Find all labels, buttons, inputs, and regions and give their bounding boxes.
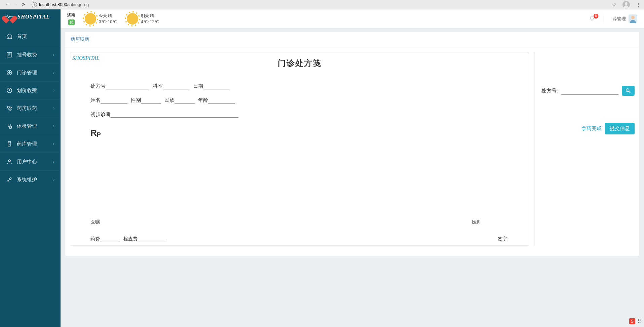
sidebar-menu: 首页 挂号收费 › 门诊管理 › 划价收费 › 药房取药 › bbox=[0, 28, 61, 188]
submit-button[interactable]: 提交信息 bbox=[605, 123, 635, 134]
label-department: 科室 bbox=[153, 83, 163, 89]
pharmacy-icon bbox=[6, 105, 13, 112]
address-bar[interactable]: localhost:8090/takingdrug bbox=[39, 2, 89, 7]
sidebar-item-label: 药房取药 bbox=[17, 105, 37, 112]
sidebar-item-usercenter[interactable]: 用户中心 › bbox=[0, 153, 61, 170]
label-ethnicity: 民族 bbox=[164, 97, 175, 104]
sidebar-item-label: 药库管理 bbox=[17, 141, 37, 147]
back-button[interactable]: ← bbox=[3, 2, 11, 7]
ime-badge: S bbox=[629, 318, 635, 324]
sidebar-item-checkup[interactable]: 体检管理 › bbox=[0, 117, 61, 135]
reload-button[interactable]: ⟳ bbox=[20, 2, 28, 7]
input-exam-fee[interactable] bbox=[138, 235, 164, 242]
pricing-icon bbox=[6, 87, 13, 94]
input-ethnicity[interactable] bbox=[175, 96, 195, 104]
svg-point-8 bbox=[626, 89, 629, 92]
search-button[interactable] bbox=[622, 86, 635, 96]
sidebar-item-label: 体检管理 bbox=[17, 123, 37, 129]
url-path: /takingdrug bbox=[67, 2, 89, 7]
search-panel: 处方号: 拿药完成 提交信息 bbox=[534, 52, 635, 246]
status-text: 拿药完成 bbox=[581, 125, 602, 132]
input-drug-fee[interactable] bbox=[100, 235, 120, 242]
sun-icon bbox=[85, 13, 96, 25]
weather-tomorrow-title: 明天 晴 bbox=[141, 13, 159, 19]
search-icon bbox=[625, 88, 631, 94]
chevron-right-icon: › bbox=[53, 70, 54, 75]
input-diagnosis[interactable] bbox=[111, 110, 238, 118]
system-icon bbox=[6, 176, 13, 183]
svg-point-5 bbox=[11, 127, 12, 128]
rx-title: 门诊处方笺 bbox=[70, 58, 529, 69]
browser-menu-icon[interactable]: ⋮ bbox=[636, 2, 641, 7]
sidebar-item-drugstore[interactable]: 药库管理 › bbox=[0, 135, 61, 153]
sidebar-item-label: 首页 bbox=[17, 33, 27, 40]
chevron-right-icon: › bbox=[53, 52, 54, 57]
brand[interactable]: SHOSPITAL bbox=[0, 9, 61, 26]
user-menu[interactable]: 薛管理 bbox=[613, 14, 637, 23]
heart-logo-icon bbox=[5, 13, 14, 21]
input-doctor[interactable] bbox=[482, 218, 508, 225]
search-input[interactable] bbox=[561, 87, 618, 95]
weather-tomorrow: 明天 晴 4℃~12℃ bbox=[127, 13, 159, 25]
search-label: 处方号: bbox=[541, 88, 558, 94]
tab-pharmacy[interactable]: 药房取药 bbox=[71, 36, 89, 44]
sidebar-item-pharmacy[interactable]: 药房取药 › bbox=[0, 99, 61, 117]
chevron-right-icon: › bbox=[53, 141, 54, 146]
label-drug-fee: 药费 bbox=[90, 236, 100, 242]
weather-today-temp: 3℃~10℃ bbox=[99, 19, 117, 24]
input-gender[interactable] bbox=[141, 96, 161, 104]
notification-badge: 0 bbox=[594, 14, 598, 18]
clinic-icon bbox=[6, 69, 13, 76]
bookmark-star-icon[interactable]: ☆ bbox=[612, 2, 616, 7]
ime-menu-icon: ⠿ bbox=[637, 320, 641, 322]
sun-icon bbox=[127, 13, 138, 25]
sidebar-item-register[interactable]: 挂号收费 › bbox=[0, 46, 61, 64]
site-info-icon[interactable]: i bbox=[32, 2, 37, 7]
checkup-icon bbox=[6, 123, 13, 129]
label-advice: 医嘱 bbox=[90, 219, 100, 225]
chevron-right-icon: › bbox=[53, 177, 54, 182]
input-date[interactable] bbox=[203, 82, 230, 89]
sidebar-item-system[interactable]: 系统维护 › bbox=[0, 170, 61, 188]
chevron-right-icon: › bbox=[53, 88, 54, 93]
weather-today-title: 今天 晴 bbox=[99, 13, 117, 19]
avatar bbox=[629, 14, 637, 23]
sidebar-item-home[interactable]: 首页 bbox=[0, 28, 61, 46]
sidebar-item-label: 系统维护 bbox=[17, 176, 37, 183]
label-exam-fee: 检查费 bbox=[123, 236, 138, 242]
label-name: 姓名 bbox=[90, 97, 101, 104]
chevron-right-icon: › bbox=[53, 124, 54, 128]
svg-point-4 bbox=[10, 107, 11, 108]
home-icon bbox=[6, 33, 13, 40]
sidebar-item-label: 挂号收费 bbox=[17, 52, 37, 58]
input-prescription-no[interactable] bbox=[106, 82, 149, 89]
topbar: 济南 优 今天 晴 3℃~10℃ 明天 晴 4℃~12℃ bbox=[61, 9, 644, 28]
weather-tomorrow-temp: 4℃~12℃ bbox=[141, 19, 159, 24]
divider bbox=[604, 14, 604, 24]
sidebar-item-label: 门诊管理 bbox=[17, 70, 37, 76]
url-host: localhost bbox=[39, 2, 56, 7]
label-date: 日期 bbox=[193, 83, 203, 89]
user-name: 薛管理 bbox=[613, 16, 626, 22]
sidebar-item-clinic[interactable]: 门诊管理 › bbox=[0, 64, 61, 81]
register-icon bbox=[6, 51, 13, 58]
sidebar-item-label: 划价收费 bbox=[17, 87, 37, 94]
label-doctor: 医师 bbox=[472, 219, 482, 225]
profile-icon[interactable] bbox=[622, 1, 630, 8]
weather-city: 济南 优 bbox=[67, 12, 75, 25]
ime-indicator[interactable]: S ⠿ bbox=[629, 318, 641, 324]
prescription-panel: SHOSPITAL 门诊处方笺 处方号 科室 日期 姓名 性别 民 bbox=[70, 52, 529, 246]
input-name[interactable] bbox=[101, 96, 127, 104]
weather-today: 今天 晴 3℃~10℃ bbox=[85, 13, 117, 25]
sidebar-item-pricing[interactable]: 划价收费 › bbox=[0, 81, 61, 99]
tab-header: 药房取药 bbox=[65, 32, 639, 47]
svg-point-7 bbox=[8, 160, 10, 162]
notification-button[interactable]: 0 bbox=[589, 15, 595, 22]
input-age[interactable] bbox=[208, 96, 235, 104]
input-department[interactable] bbox=[163, 82, 190, 89]
chevron-right-icon: › bbox=[53, 106, 54, 111]
forward-button[interactable]: → bbox=[11, 2, 20, 7]
svg-point-3 bbox=[7, 106, 9, 108]
main-card: 药房取药 SHOSPITAL 门诊处方笺 处方号 科室 日期 bbox=[65, 32, 639, 256]
browser-toolbar: ← → ⟳ i localhost:8090/takingdrug ☆ ⋮ bbox=[0, 0, 644, 9]
